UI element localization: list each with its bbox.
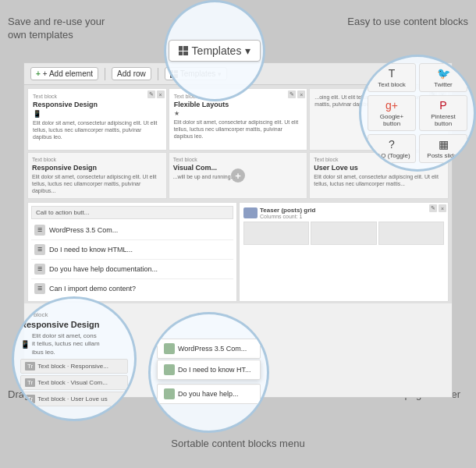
cell4-header: Text block xyxy=(32,157,162,162)
cta-label: Call to action butt... xyxy=(36,209,89,216)
drag-small-row-3[interactable]: Tr Text block · User Love us xyxy=(20,392,128,406)
block-twitter-label: Twitter xyxy=(434,81,453,88)
plus-icon: + xyxy=(36,69,41,78)
edit-icon2[interactable]: ✎ xyxy=(288,90,296,98)
faq-label-4: Can I import demo content? xyxy=(49,285,136,292)
faq-panel: Call to action butt... ☰ WordPress 3.5 C… xyxy=(27,202,237,302)
edit-icon[interactable]: ✎ xyxy=(147,90,155,98)
cell-flexible-layouts: ✎ × Text block Flexible Layouts ★ Elit d… xyxy=(169,88,308,151)
separator xyxy=(105,68,105,80)
drag-panel-icon-row: 📱 Elit dolor sit amet, cons it tellus, l… xyxy=(20,332,128,356)
drag-item-label-1: Text block · Responsive... xyxy=(37,363,108,370)
block-google[interactable]: g+ Google+ button xyxy=(368,95,416,131)
templates-circle-button[interactable]: Templates ▾ xyxy=(169,40,261,62)
cell4-text: Elit dolor sit amet, consectetur adipisc… xyxy=(32,173,162,194)
circle-drag-drop: Text block Responsive Design 📱 Elit dolo… xyxy=(12,296,137,421)
sort-icon-1 xyxy=(164,343,175,354)
block-twitter[interactable]: 🐦 Twitter xyxy=(419,63,467,92)
cell2-title: Flexible Layouts xyxy=(174,101,303,108)
star-icon: ★ xyxy=(174,110,179,117)
faq-toggle-icon: ? xyxy=(371,138,412,151)
cell-responsive-design: ✎ × Text block Responsive Design 📱 Elit … xyxy=(27,88,167,151)
tr-icon-1: Tr xyxy=(25,362,35,370)
cell-actions-2: ✎ × xyxy=(288,90,305,98)
drag-panel-header: Text block xyxy=(20,311,128,318)
block-pinterest[interactable]: P Pinterest button xyxy=(419,95,467,131)
cell-actions-1: ✎ × xyxy=(147,90,165,98)
templates-grid-icon xyxy=(179,46,188,55)
faq-item-2[interactable]: ☰ Do I need to know HTML... xyxy=(31,240,233,260)
drag-item-label-2: Text block · Visual Com... xyxy=(37,379,108,386)
drag-small-row-1[interactable]: Tr Text block · Responsive... xyxy=(20,359,128,374)
teaser-grid-icon xyxy=(243,207,258,218)
mobile-drag-icon: 📱 xyxy=(20,340,30,349)
faq-item-4[interactable]: ☰ Can I import demo content? xyxy=(31,279,233,298)
cell6-text: Elit dolor sit amet, consectetur adipisc… xyxy=(314,173,444,187)
cell1-title: Responsive Design xyxy=(33,101,162,108)
delete-icon[interactable]: × xyxy=(157,90,165,98)
block-slider-label: Posts slider xyxy=(427,152,459,159)
cell5-header: Text block xyxy=(173,157,304,162)
sort-icon-3 xyxy=(164,388,175,399)
sort-item-2[interactable]: Do I need to know HT... xyxy=(157,360,261,380)
drag-panel-title: Responsive Design xyxy=(20,320,128,329)
teaser-label: Teaser (posts) grid xyxy=(260,207,315,214)
block-text-label: Text block xyxy=(378,81,406,88)
teaser-actions: ✎ × xyxy=(429,204,446,212)
tr-icon-3: Tr xyxy=(25,395,35,403)
block-pinterest-label: Pinterest button xyxy=(431,113,456,127)
circle-sortable: WordPress 3.5 Com... Do I need to know H… xyxy=(148,312,269,433)
posts-slider-icon: ▦ xyxy=(423,138,464,151)
teaser-delete-icon[interactable]: × xyxy=(439,204,446,212)
sort-label-1: WordPress 3.5 Com... xyxy=(178,345,247,353)
annotation-bottom-center: Sortable content blocks menu xyxy=(171,438,304,451)
delete-icon2[interactable]: × xyxy=(297,90,305,98)
cell1-text: Elit dolor sit amet, consectetur adipisc… xyxy=(33,119,162,140)
faq-label-1: WordPress 3.5 Com... xyxy=(49,226,118,234)
add-element-button[interactable]: + + Add element xyxy=(30,67,98,80)
teaser-placeholder3 xyxy=(378,222,444,245)
tr-icon-2: Tr xyxy=(25,378,35,387)
pinterest-icon: P xyxy=(423,99,464,112)
add-element-label: + Add element xyxy=(43,69,93,78)
circle-content-blocks: T Text block 🐦 Twitter g+ Google+ button… xyxy=(359,55,476,172)
faq-icon-4: ☰ xyxy=(34,283,45,294)
annotation-top-right: Easy to use content blocks xyxy=(347,16,468,29)
templates-arrow-icon: ▾ xyxy=(245,44,250,57)
faq-item-3[interactable]: ☰ Do you have help documentation... xyxy=(31,260,233,279)
text-block-icon: T xyxy=(371,67,412,80)
teaser-content xyxy=(243,222,444,245)
teaser-header: Teaser (posts) grid Columns count: 1 xyxy=(243,207,444,219)
cta-button[interactable]: Call to action butt... xyxy=(31,206,233,219)
drag-item-label-3: Text block · User Love us xyxy=(37,395,107,402)
sortable-panel: WordPress 3.5 Com... Do I need to know H… xyxy=(151,332,267,413)
add-content-icon[interactable]: + xyxy=(231,168,245,183)
sort-icon-2 xyxy=(164,364,175,375)
teaser-edit-icon[interactable]: ✎ xyxy=(429,204,437,212)
teaser-title: Teaser (posts) grid Columns count: 1 xyxy=(260,207,315,219)
teaser-sublabel: Columns count: 1 xyxy=(260,214,315,219)
faq-icon-2: ☰ xyxy=(34,244,45,255)
cell2-text: Elit dolor sit amet, consectetur adipisc… xyxy=(174,119,303,140)
cell-small-visual: Text block Visual Com... ...will be up a… xyxy=(169,152,308,199)
separator2 xyxy=(158,68,158,80)
sort-item-1[interactable]: WordPress 3.5 Com... xyxy=(157,339,261,359)
templates-circle-label: Templates xyxy=(192,44,242,57)
faq-label-3: Do you have help documentation... xyxy=(49,265,158,273)
teaser-panel: ✎ × Teaser (posts) grid Columns count: 1 xyxy=(239,202,449,302)
teaser-placeholder xyxy=(243,222,309,245)
faq-item-1[interactable]: ☰ WordPress 3.5 Com... xyxy=(31,221,233,240)
sort-item-3[interactable]: Do you have help... xyxy=(157,384,261,404)
add-row-button[interactable]: Add row xyxy=(112,67,151,80)
sort-label-3: Do you have help... xyxy=(178,390,239,398)
add-row-label: Add row xyxy=(117,69,146,78)
block-slider[interactable]: ▦ Posts slider xyxy=(419,134,467,163)
blocks-panel: T Text block 🐦 Twitter g+ Google+ button… xyxy=(361,57,474,169)
google-plus-icon: g+ xyxy=(371,99,412,112)
twitter-icon: 🐦 xyxy=(423,67,464,80)
sort-label-2: Do I need to know HT... xyxy=(178,366,251,374)
drag-small-row-2[interactable]: Tr Text block · Visual Com... xyxy=(20,375,128,390)
drag-panel: Text block Responsive Design 📱 Elit dolo… xyxy=(14,305,134,413)
block-google-label: Google+ button xyxy=(380,113,403,127)
circle-templates: Templates ▾ xyxy=(164,0,265,101)
